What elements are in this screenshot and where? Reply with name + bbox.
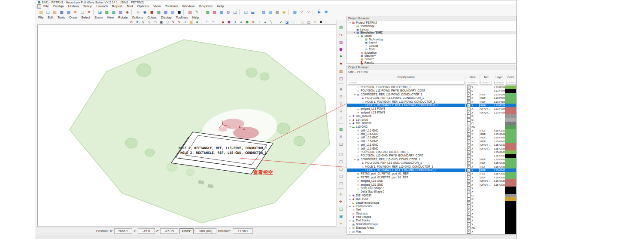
select-net-button[interactable]: ↪ xyxy=(338,32,344,38)
open-folder-button[interactable]: ▤ xyxy=(38,9,44,15)
table-row[interactable]: ●drill_L15-GND✓XMPQ4_...L15-GND xyxy=(347,143,516,147)
visibility-checkbox[interactable]: ✓ xyxy=(467,179,471,183)
table-row[interactable]: ▸✚DIE_000030O xyxy=(347,194,516,197)
project-tree-item[interactable]: ▦Mesher** xyxy=(347,54,516,58)
tree-expander-icon[interactable]: ▸ xyxy=(349,197,352,201)
view-menu-tools[interactable]: Tools xyxy=(55,15,67,19)
color-swatch[interactable] xyxy=(505,176,516,179)
menu-toolbars[interactable]: Toolbars xyxy=(163,4,180,8)
project-tree-item[interactable]: ▾▣Model xyxy=(347,34,516,38)
view-cube-front-button[interactable]: ▢ xyxy=(338,159,344,165)
select-area-button[interactable]: ◫ xyxy=(338,76,344,82)
visibility-checkbox[interactable] xyxy=(467,118,471,122)
project-tree-item[interactable]: ▤Technology xyxy=(347,25,516,28)
color-swatch[interactable] xyxy=(505,89,516,92)
tile-vertical-button[interactable]: ⬓ xyxy=(249,9,256,15)
table-row[interactable]: ◆POLYGON, REF, L15-GND, CONDUCTOR_1✓XREF… xyxy=(347,161,516,165)
visibility-checkbox[interactable]: ✓ xyxy=(467,187,471,190)
view-menu-help[interactable]: Help xyxy=(190,15,201,19)
table-row[interactable]: ▸▥Vias✓X xyxy=(347,230,516,233)
visibility-checkbox[interactable]: ✓ xyxy=(467,126,471,129)
visibility-checkbox[interactable]: ✓ xyxy=(467,183,471,187)
visibility-checkbox[interactable]: ✓ xyxy=(467,169,471,172)
window-button[interactable]: ▢ xyxy=(79,9,85,15)
project-tree-item[interactable]: ▾▦Project 'PETRN2' xyxy=(347,21,516,25)
table-row[interactable]: ✚Pad Shapes✓X xyxy=(347,215,516,219)
view-menu-draw[interactable]: Draw xyxy=(67,15,79,19)
technology-button[interactable]: ▩ xyxy=(103,9,110,15)
select-window-button[interactable]: ▧ xyxy=(338,25,344,31)
table-row[interactable]: ▸◆L14-SIG6O xyxy=(347,118,516,122)
filter-input[interactable]: <Filter> xyxy=(494,81,504,85)
tree-expander-icon[interactable]: ▸ xyxy=(349,226,352,230)
eda-green-button[interactable]: ▦ xyxy=(204,9,211,15)
view-menu-view[interactable]: View xyxy=(105,15,116,19)
visibility-checkbox[interactable]: ✓ xyxy=(467,132,471,136)
tree-expander-icon[interactable]: ▾ xyxy=(353,31,356,34)
view-cube-top-button[interactable]: ▢ xyxy=(338,151,344,158)
cut-plane-button[interactable]: ✕ xyxy=(338,134,344,140)
filter-input[interactable]: <Filter> xyxy=(506,81,516,85)
table-row[interactable]: ◇POLYGON, L15-GND, DIELECTRIC_1✓SL15-GND xyxy=(347,150,516,154)
color-swatch[interactable] xyxy=(505,194,516,197)
menu-options[interactable]: Options xyxy=(135,4,152,8)
table-row[interactable]: ⚑PETN2_port_01.PETN2_port_01_REF✓XREFL15… xyxy=(347,172,516,175)
visibility-checkbox[interactable]: ✓ xyxy=(467,176,471,179)
menu-graphics[interactable]: Graphics xyxy=(197,4,215,8)
visibility-checkbox[interactable]: ✓ xyxy=(467,226,471,230)
table-row[interactable]: ▾▣COMPOSITE, REF, L13-POW3, CONDUCTOR_1✓… xyxy=(347,93,516,96)
color-swatch[interactable] xyxy=(505,140,516,143)
eda-button[interactable]: ▦ xyxy=(338,126,344,133)
visibility-checkbox[interactable]: ✓ xyxy=(467,86,471,89)
project-tree-item[interactable]: ▙Results xyxy=(347,61,516,64)
color-swatch[interactable] xyxy=(505,219,516,222)
visibility-checkbox[interactable] xyxy=(467,114,471,118)
color-swatch[interactable] xyxy=(505,132,516,136)
report-button[interactable]: ▤ xyxy=(187,9,193,15)
table-row[interactable]: ●drill_L15-GND✓XREFL15-GND xyxy=(347,132,516,136)
visibility-checkbox[interactable]: ✓ xyxy=(467,111,471,114)
help-button[interactable]: ? xyxy=(305,9,312,15)
visibility-checkbox[interactable]: ✓ xyxy=(467,107,471,111)
color-swatch[interactable] xyxy=(505,150,516,154)
table-row[interactable]: ●antipad_L13-POW3✓XMPQ4_...L13-POW3 xyxy=(347,107,516,110)
layers-cyan-button[interactable]: ▤ xyxy=(267,9,273,15)
visibility-checkbox[interactable]: ✓ xyxy=(467,219,471,223)
menu-window[interactable]: Window xyxy=(180,4,197,8)
color-swatch[interactable] xyxy=(505,107,516,110)
tree-expander-icon[interactable]: ▸ xyxy=(349,205,352,208)
column-header-view[interactable]: View xyxy=(465,76,479,79)
menu-history[interactable]: History xyxy=(66,4,81,8)
table-row[interactable]: ●antipad_L15-GND✓XMPQ4_...L15-GND xyxy=(347,179,516,183)
menu-report[interactable]: Report xyxy=(110,4,125,8)
color-swatch[interactable] xyxy=(505,223,516,226)
table-row[interactable]: ◣LeadFrameGroups✓X xyxy=(347,201,516,205)
tree-expander-icon[interactable]: ▸ xyxy=(349,118,352,122)
visibility-checkbox[interactable]: ✓ xyxy=(467,129,471,132)
menu-view[interactable]: View xyxy=(151,4,163,8)
table-row[interactable]: ▾▣COMPOSITE, REF, L15-GND, CONDUCTOR_1✓X… xyxy=(347,158,516,161)
visibility-checkbox[interactable] xyxy=(467,194,471,197)
column-header-color[interactable]: Color xyxy=(505,76,516,79)
table-row[interactable]: ⊘Obstructs✓X xyxy=(347,212,516,215)
table-row[interactable]: ●antipad_L13-POW3✓XMPQ4_...L13-POW3 xyxy=(347,111,516,114)
view-menu-rotate[interactable]: Rotate xyxy=(116,15,130,19)
array-button[interactable]: ▦ xyxy=(169,9,176,15)
zoom-full-button[interactable]: ⚲ xyxy=(338,86,344,93)
visibility-checkbox[interactable]: ✓ xyxy=(467,212,471,215)
table-row[interactable]: □POLYGON, L13-POW3, PHYS_BOUNDARY_COAT✓S… xyxy=(347,89,516,92)
filter-input[interactable]: <Filter> xyxy=(467,81,478,85)
view-cube-iso-button[interactable]: ▢ xyxy=(338,173,344,180)
axes-origin-button[interactable]: ✛ xyxy=(338,199,344,205)
view-menu-toolbars[interactable]: Toolbars xyxy=(173,15,190,19)
project-tree-item[interactable]: ▥Excitation xyxy=(347,51,516,54)
column-header-net[interactable]: Net xyxy=(479,76,493,79)
objects-3d-button[interactable]: ▣ xyxy=(338,213,344,220)
table-row[interactable]: ▭HOLE 2, RECTANGLE, REF, L15-GND, CONDUC… xyxy=(347,169,516,172)
table-row[interactable]: ⚑PETP2_port_01.PETP2_port_01_REF✓XREFL15… xyxy=(347,176,516,179)
render-button[interactable]: ◫ xyxy=(338,206,344,212)
table-row[interactable]: ▾▬L15-GND✓XS xyxy=(347,125,516,129)
view-menu-file[interactable]: File xyxy=(36,15,46,19)
viewer-button[interactable]: ◍ xyxy=(225,9,231,15)
visibility-checkbox[interactable]: ✓ xyxy=(467,165,471,169)
